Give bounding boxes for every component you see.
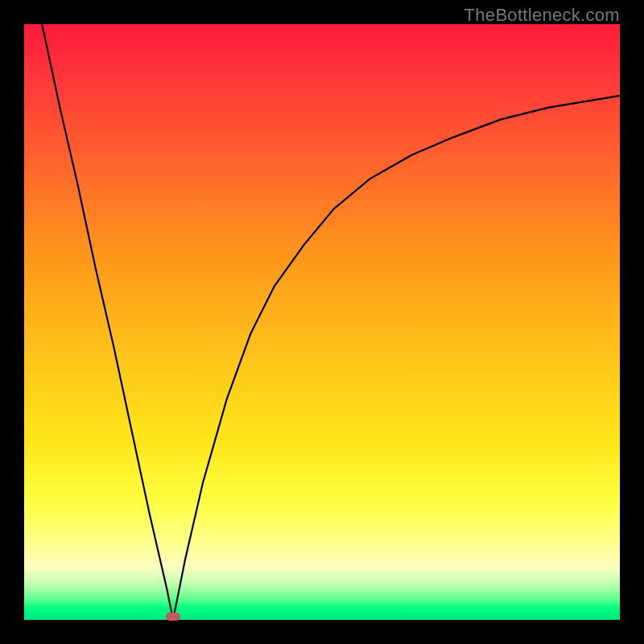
bottleneck-curve xyxy=(24,24,620,620)
chart-frame: TheBottleneck.com xyxy=(0,0,644,644)
plot-area xyxy=(24,24,620,620)
curve-right-branch xyxy=(173,96,620,620)
watermark-text: TheBottleneck.com xyxy=(464,5,620,26)
curve-left-branch xyxy=(42,24,173,620)
minimum-marker xyxy=(166,613,180,621)
